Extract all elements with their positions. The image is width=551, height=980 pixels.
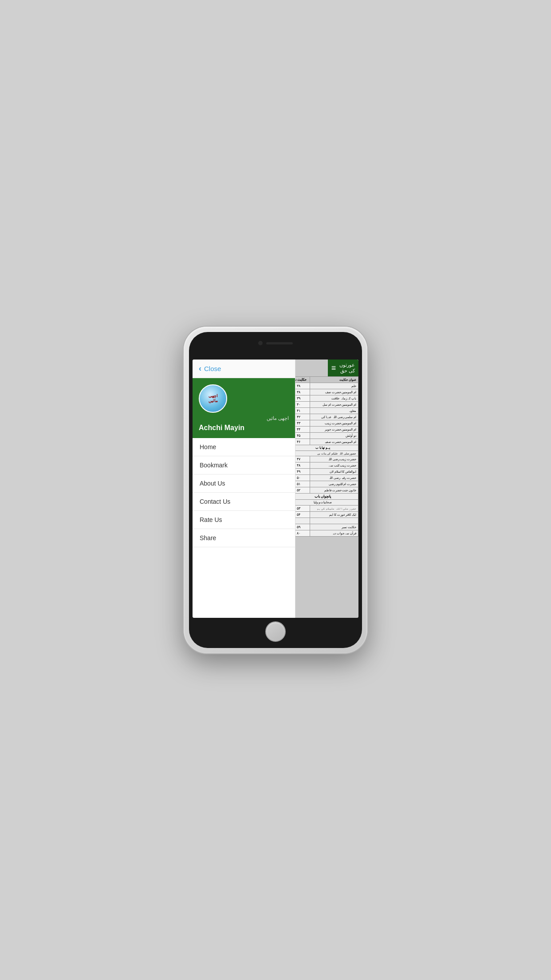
menu-item-bookmark[interactable]: Bookmark [193, 456, 295, 474]
table-row: ۳۸ام المومنین حضرت صف [287, 389, 358, 395]
hamburger-button[interactable]: ≡ [331, 364, 336, 373]
table-row: ۵۲خاتون جنت حضرت فاطم [287, 487, 358, 494]
table-row: ۵۰حضرت رقیہ رضی اللہ [287, 475, 358, 481]
top-bar: ≡ عورتوں کی حق [328, 360, 358, 376]
menu-list: Home Bookmark About Us Contact Us Rate U… [193, 438, 295, 618]
menu-item-home[interactable]: Home [193, 438, 295, 456]
speaker-bar [266, 342, 293, 344]
table-row: ۴۴ام المومنین حضرت جویر [287, 427, 358, 433]
phone-device: ≡ عورتوں کی حق حکایت نمبر عنوان حکایت ۳۸… [184, 327, 367, 653]
table-row: ۵۹حکایت نمبر [287, 524, 358, 530]
table-row: ۳۸حلم [287, 383, 358, 389]
home-button[interactable] [265, 621, 286, 642]
close-button[interactable]: Close [204, 365, 221, 372]
table-row: صحابیات و ولیا [287, 500, 358, 506]
table-row: ۳۹باپ کے زمانہ خلافت [287, 395, 358, 402]
table-row: ۴۳ام المومنین حضرت زینب [287, 420, 358, 427]
phone-body: ≡ عورتوں کی حق حکایت نمبر عنوان حکایت ۳۸… [189, 332, 362, 648]
camera-area [249, 340, 302, 346]
table-header-title: عنوان حکایت [310, 377, 358, 383]
table-row: حضور صلی اللہ علیکم کی بنات بی [287, 451, 358, 456]
menu-item-rate-us[interactable]: Rate Us [193, 511, 295, 529]
urdu-page: حکایت نمبر عنوان حکایت ۳۸حلم ۳۸ام المومن… [287, 360, 358, 618]
table-row: ۴۷حضرت زینب رضی اللہ [287, 456, 358, 462]
table-row: ۴۱معاویہ [287, 408, 358, 414]
table-row: پانچواں باب [287, 494, 358, 500]
menu-item-about-us[interactable]: About Us [193, 474, 295, 493]
app-name: Achchi Mayin [199, 424, 289, 432]
close-bar[interactable]: ‹ Close [193, 360, 295, 378]
urdu-table: حکایت نمبر عنوان حکایت ۳۸حلم ۳۸ام المومن… [287, 376, 358, 537]
table-row: ۴۰ام المومنین حضرت ام سل [287, 402, 358, 408]
table-row: ۵۳حضور صلی اللہ علیکم کی ہم [287, 506, 358, 512]
app-container: ≡ عورتوں کی حق حکایت نمبر عنوان حکایت ۳۸… [193, 360, 358, 618]
table-row: ۴۸حضرت زینب کتب سے [287, 462, 358, 469]
table-header-row: حکایت نمبر عنوان حکایت [287, 377, 358, 383]
table-row: ۵۴ایک کافر عورت کا ایم [287, 512, 358, 518]
branding-area: اچھیمائیں اچھی مائیں Achchi Mayin [193, 378, 295, 438]
back-chevron-icon: ‹ [199, 364, 201, 373]
top-bar-title: عورتوں کی حق [336, 362, 355, 374]
menu-item-contact-us[interactable]: Contact Us [193, 493, 295, 511]
drawer: ‹ Close اچھیمائیں اچھی مائیں Achchi Mayi… [193, 360, 295, 618]
table-row: ۴۶ام المومنین حضرت صفیہ [287, 439, 358, 445]
table-row: ۸۰قرآن سے جواب دیہ [287, 530, 358, 537]
screen: ≡ عورتوں کی حق حکایت نمبر عنوان حکایت ۳۸… [193, 360, 358, 618]
menu-item-share[interactable]: Share [193, 529, 295, 547]
logo-text: اچھیمائیں [209, 394, 218, 403]
table-row: پہو تھا یا ب [287, 445, 358, 451]
table-row: ۴۵دو آوٹش [287, 433, 358, 439]
app-logo: اچھیمائیں [199, 384, 227, 413]
table-row: ۴۹ابوالعاص کا اسلام لان [287, 469, 358, 475]
background-content: ≡ عورتوں کی حق حکایت نمبر عنوان حکایت ۳۸… [287, 360, 358, 618]
table-row: ۵۱حضرت ام کلثوم رضی [287, 481, 358, 487]
app-urdu-name: اچھی مائیں [199, 415, 289, 421]
table-row [287, 518, 358, 524]
table-row: ۴۲ام سلمی رضی اللہ عنہا کی [287, 414, 358, 420]
camera-dot [258, 341, 263, 345]
